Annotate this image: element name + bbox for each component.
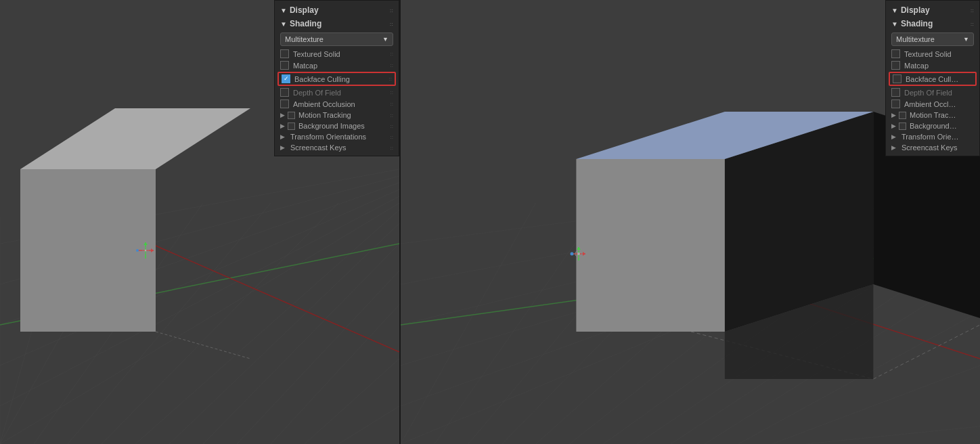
bg-images-label-right: Background Im... [910,122,957,130]
matcap-label-right: Matcap [904,62,929,70]
display-triangle-right: ▼ [891,7,898,14]
svg-marker-66 [577,247,581,250]
svg-marker-23 [20,169,156,332]
ambient-occlusion-row-right[interactable]: Ambient Occlus... [886,98,979,110]
matcap-check-left[interactable] [280,61,289,70]
bg-images-tri-left: ▶ [280,123,285,129]
textured-solid-row-left[interactable]: Textured Solid :: [275,48,399,60]
display-dots-right: :: [971,7,974,14]
shading-triangle-right: ▼ [891,20,898,28]
ambient-occlusion-label-left: Ambient Occlusion [293,100,355,108]
motion-tracking-label-right: Motion Trackin... [910,111,957,119]
viewport-right[interactable]: ▼ Display :: ▼ Shading :: Multitexture ▼… [401,0,980,444]
bg-images-check-left[interactable] [288,123,295,130]
depth-of-field-check-left[interactable] [280,88,289,97]
depth-of-field-row-right[interactable]: Depth Of Field [886,87,979,98]
transform-orientations-row-left[interactable]: ▶ Transform Orientations :: [275,131,399,142]
backface-culling-label-left: Backface Culling [294,75,350,83]
matcap-row-left[interactable]: Matcap :: [275,60,399,71]
matcap-check-right[interactable] [891,61,900,70]
ambient-occlusion-row-left[interactable]: Ambient Occlusion :: [275,98,399,110]
screencast-label-left: Screencast Keys [290,143,347,152]
screencast-keys-row-right[interactable]: ▶ Screencast Keys [886,142,979,153]
textured-solid-dots-left: :: [391,51,393,57]
screencast-keys-row-left[interactable]: ▶ Screencast Keys :: [275,142,399,153]
backface-culling-check-right[interactable] [893,74,901,83]
depth-of-field-label-left: Depth Of Field [293,89,341,97]
svg-marker-65 [583,252,585,256]
background-images-row-left[interactable]: ▶ Background Images :: [275,120,399,131]
backface-culling-label-right: Backface Culling [906,75,960,83]
right-shading-panel: ▼ Display :: ▼ Shading :: Multitexture ▼… [885,0,980,156]
shading-dots-left: :: [390,21,393,27]
matcap-row-right[interactable]: Matcap [886,60,979,71]
textured-solid-label-left: Textured Solid [293,50,340,58]
multitexture-value-left: Multitexture [285,35,324,43]
motion-tracking-check-left[interactable] [288,112,295,119]
screencast-label-right: Screencast Keys [901,143,958,152]
motion-tracking-dots-left: :: [391,112,393,118]
transform-tri-right: ▶ [891,133,896,140]
display-label-left: Display [290,5,319,15]
matcap-dots-left: :: [391,62,393,68]
display-triangle-left: ▼ [280,7,287,14]
textured-solid-check-right[interactable] [891,49,900,58]
depth-of-field-check-right[interactable] [891,88,900,97]
bg-images-tri-right: ▶ [891,123,896,129]
display-dots-left: :: [390,7,393,14]
dropdown-arrow-left: ▼ [382,36,388,43]
screencast-tri-left: ▶ [280,144,285,151]
svg-point-28 [145,250,147,252]
bg-images-label-left: Background Images [298,122,365,130]
motion-tracking-row-right[interactable]: ▶ Motion Trackin... [886,110,979,120]
motion-tracking-row-left[interactable]: ▶ Motion Tracking :: [275,110,399,120]
shading-header-right[interactable]: ▼ Shading :: [886,17,979,30]
background-images-row-right[interactable]: ▶ Background Im... [886,120,979,131]
textured-solid-label-right: Textured Solid [904,50,952,58]
bg-images-check-right[interactable] [899,123,906,130]
multitexture-dropdown-left[interactable]: Multitexture ▼ [280,32,393,46]
backface-culling-highlight-left: Backface Culling :: [277,72,396,86]
ambient-occlusion-dots-left: :: [391,101,393,107]
transform-dots-left: :: [391,134,393,140]
svg-point-31 [136,249,139,252]
backface-culling-row-right[interactable]: Backface Culling [890,73,975,85]
backface-culling-row-left[interactable]: Backface Culling :: [279,73,395,85]
transform-orientations-row-right[interactable]: ▶ Transform Orienta... [886,131,979,142]
backface-culling-dots-left: :: [389,76,392,82]
shading-dots-right: :: [971,21,974,27]
shading-triangle-left: ▼ [280,20,287,28]
viewport-left[interactable]: ▼ Display :: ▼ Shading :: Multitexture ▼… [0,0,399,444]
ambient-occlusion-check-right[interactable] [891,99,900,108]
transform-label-left: Transform Orientations [290,133,366,141]
motion-tracking-tri-right: ▶ [891,112,896,118]
depth-of-field-row-left[interactable]: Depth Of Field :: [275,87,399,98]
screencast-tri-right: ▶ [891,144,896,151]
bg-images-dots-left: :: [391,123,393,129]
left-shading-panel: ▼ Display :: ▼ Shading :: Multitexture ▼… [274,0,399,156]
ambient-occlusion-check-left[interactable] [280,99,289,108]
display-label-right: Display [901,5,930,15]
motion-tracking-check-right[interactable] [899,112,906,119]
backface-culling-check-left[interactable] [282,74,290,83]
textured-solid-row-right[interactable]: Textured Solid [886,48,979,60]
motion-tracking-label-left: Motion Tracking [298,111,351,119]
screencast-dots-left: :: [391,145,393,151]
shading-header-left[interactable]: ▼ Shading :: [275,17,399,30]
display-header-left[interactable]: ▼ Display :: [275,3,399,17]
axis-right [569,244,589,266]
transform-label-right: Transform Orienta... [901,133,962,141]
motion-tracking-tri-left: ▶ [280,112,285,118]
depth-of-field-label-right: Depth Of Field [904,89,952,97]
multitexture-dropdown-right[interactable]: Multitexture ▼ [891,32,974,46]
display-header-right[interactable]: ▼ Display :: [886,3,979,17]
shading-label-left: Shading [290,19,321,28]
depth-of-field-dots-left: :: [391,89,393,95]
matcap-label-left: Matcap [293,62,317,70]
svg-point-64 [577,252,580,255]
transform-tri-left: ▶ [280,133,285,140]
textured-solid-check-left[interactable] [280,49,289,58]
svg-point-67 [571,252,574,256]
shading-label-right: Shading [901,19,933,28]
svg-marker-58 [576,159,724,332]
